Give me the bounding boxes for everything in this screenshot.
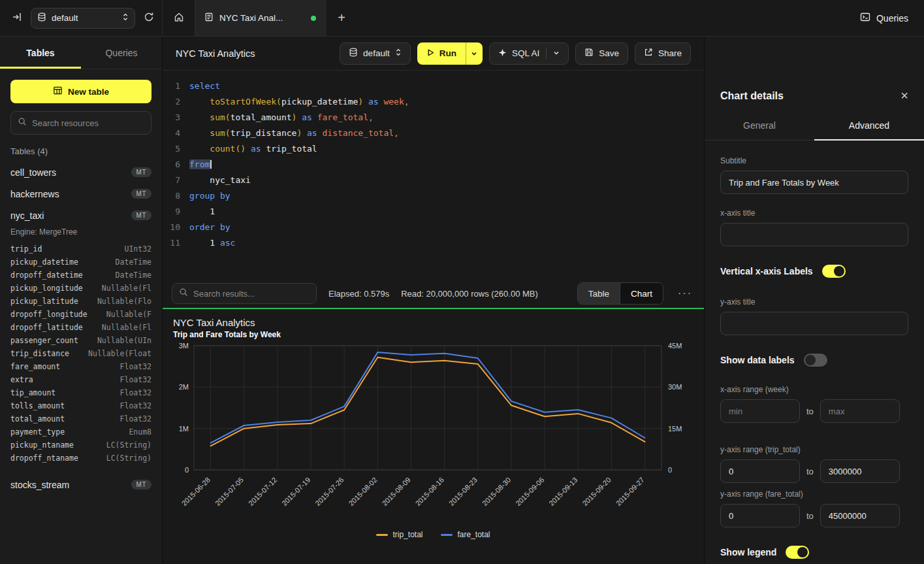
xaxis-range-min-input[interactable] (720, 399, 800, 423)
table-column-row: passenger_countNullable(UIn (0, 334, 162, 347)
chevron-down-icon (553, 48, 560, 58)
column-type: DateTime (116, 271, 151, 280)
sql-editor[interactable]: 1select2 toStartOfWeek(pickup_datetime) … (163, 71, 704, 279)
table-column-row: total_amountFloat32 (0, 412, 162, 425)
xaxis-range-max-input[interactable] (820, 399, 900, 423)
run-options-button[interactable] (466, 42, 483, 65)
collapse-sidebar-button[interactable] (12, 12, 22, 25)
tab-advanced[interactable]: Advanced (814, 112, 924, 140)
chart-details-content: Subtitle x-axis title Vertical x-axis La… (705, 141, 924, 564)
sparkle-icon (498, 48, 507, 59)
new-tab-button[interactable]: + (326, 0, 357, 36)
save-button[interactable]: Save (575, 42, 628, 65)
sidebar: Tables Queries New table Tables (4) (0, 37, 163, 564)
table-column-row: pickup_latitudeNullable(Flo (0, 295, 162, 308)
sidebar-tab-queries[interactable]: Queries (81, 37, 162, 69)
svg-text:2M: 2M (179, 383, 189, 391)
engine-badge: MT (131, 167, 151, 177)
xaxis-title-field-label: x-axis title (720, 208, 908, 218)
line-number: 4 (163, 125, 180, 141)
database-selector[interactable]: default (31, 8, 135, 29)
sidebar-tab-tables[interactable]: Tables (0, 37, 81, 69)
table-column-row: trip_distanceNullable(Float (0, 347, 162, 360)
yaxis-range-fare-min-input[interactable] (720, 504, 800, 527)
close-chart-details-button[interactable]: × (900, 89, 908, 102)
run-label: Run (439, 48, 456, 58)
run-database-selector[interactable]: default (340, 42, 411, 65)
query-header: NYC Taxi Analytics default (163, 37, 704, 71)
svg-text:2015-08-02: 2015-08-02 (347, 476, 378, 507)
column-type: Nullable(UIn (97, 336, 151, 345)
yaxis-range-trip-max-input[interactable] (820, 459, 900, 483)
view-table-button[interactable]: Table (578, 283, 620, 304)
view-toggle: Table Chart (577, 282, 663, 305)
tab-nyc-taxi-analytics[interactable]: NYC Taxi Anal... (195, 0, 326, 36)
collapse-sidebar-icon (12, 12, 22, 25)
subtitle-input[interactable] (720, 171, 908, 194)
play-icon (426, 48, 435, 59)
svg-text:2015-07-05: 2015-07-05 (214, 476, 245, 507)
chart-details-panel: Chart details × General Advanced Subtitl… (704, 37, 924, 564)
column-name: trip_distance (10, 349, 69, 358)
show-data-labels-toggle[interactable] (804, 354, 827, 367)
svg-text:15M: 15M (668, 425, 682, 433)
queries-button[interactable]: Queries (860, 12, 908, 24)
database-icon (37, 12, 46, 24)
chart-details-tabs: General Advanced (705, 112, 924, 141)
unsaved-changes-dot (311, 16, 316, 21)
table-item-hackernews[interactable]: hackernews MT (0, 183, 162, 205)
divider (546, 48, 547, 59)
table-name: nyc_taxi (10, 210, 44, 221)
yaxis-title-input[interactable] (720, 312, 908, 335)
vertical-xaxis-labels-row: Vertical x-axis Labels (720, 265, 908, 278)
engine-badge: MT (131, 480, 151, 489)
home-tab[interactable] (163, 0, 195, 36)
svg-text:2015-08-16: 2015-08-16 (414, 476, 445, 507)
save-label: Save (599, 48, 619, 58)
sql-ai-button[interactable]: SQL AI (489, 42, 569, 65)
share-button[interactable]: Share (635, 42, 691, 65)
chart-subtitle: Trip and Fare Totals by Week (173, 330, 693, 339)
yaxis-title-field-label: y-axis title (720, 297, 908, 307)
svg-text:45M: 45M (668, 342, 682, 350)
new-table-button[interactable]: New table (10, 80, 151, 103)
code-lines: 1select2 toStartOfWeek(pickup_datetime) … (163, 78, 704, 251)
chart-details-title: Chart details (720, 90, 784, 102)
column-type: LC(String) (106, 454, 151, 463)
show-legend-toggle[interactable] (786, 546, 809, 559)
table-item-nyc-taxi[interactable]: nyc_taxi MT (0, 205, 162, 226)
yaxis-range-fare-max-input[interactable] (820, 504, 900, 527)
vertical-xaxis-labels-toggle[interactable] (822, 265, 846, 278)
tab-general[interactable]: General (705, 112, 814, 140)
sql-ai-label: SQL AI (512, 48, 539, 58)
view-chart-button[interactable]: Chart (620, 283, 663, 304)
search-resources-input[interactable] (32, 118, 147, 128)
save-icon (584, 48, 594, 59)
table-column-row: trip_idUInt32 (0, 242, 162, 256)
column-type: Float32 (120, 375, 151, 384)
svg-text:2015-09-13: 2015-09-13 (547, 476, 579, 507)
svg-text:2015-09-06: 2015-09-06 (514, 476, 545, 507)
column-name: payment_type (10, 427, 65, 437)
column-type: Nullable(Flo (97, 297, 151, 306)
refresh-button[interactable] (144, 12, 154, 25)
line-number: 2 (163, 94, 180, 110)
sidebar-tab-tables-label: Tables (26, 48, 54, 58)
legend-item-fare_total[interactable]: fare_total (441, 530, 490, 539)
more-options-button[interactable]: ··· (675, 288, 695, 299)
topbar: default NYC Taxi Anal... (0, 0, 924, 37)
table-item-cell-towers[interactable]: cell_towers MT (0, 161, 162, 183)
column-type: Nullable(F (106, 310, 151, 319)
run-button[interactable]: Run (417, 42, 466, 65)
to-label: to (806, 467, 814, 476)
legend-item-trip_total[interactable]: trip_total (376, 530, 422, 539)
code-line: 10order by (163, 220, 704, 235)
xaxis-title-input[interactable] (720, 223, 908, 246)
code-line: 9 1 (163, 204, 704, 220)
show-data-labels-label: Show data labels (720, 355, 795, 365)
chevron-down-icon (471, 48, 477, 59)
search-results-input[interactable] (193, 289, 310, 299)
table-item-stocks-stream[interactable]: stocks_stream MT (0, 474, 162, 495)
code-line: 8group by (163, 188, 704, 204)
yaxis-range-trip-min-input[interactable] (720, 459, 800, 483)
